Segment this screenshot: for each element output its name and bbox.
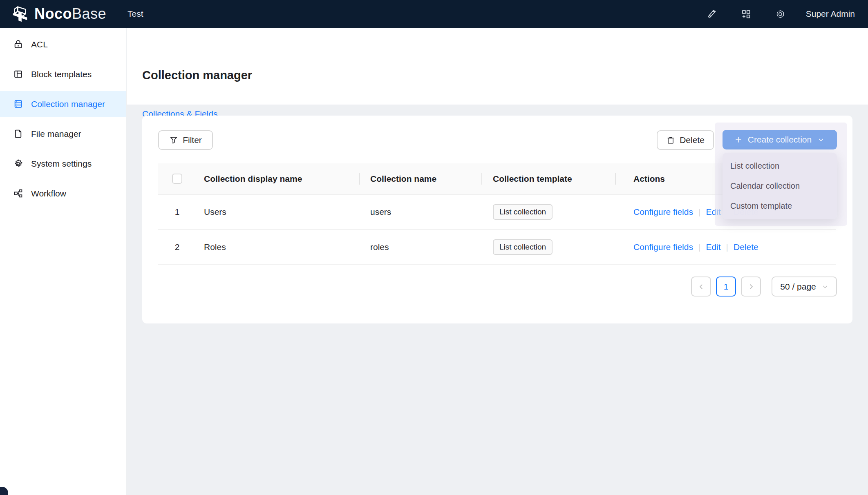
row-index-cell[interactable]: 2 [158,242,197,252]
brand-name: NocoBase [34,7,106,21]
ui-editor-highlighter-icon[interactable] [706,8,718,20]
sidebar-item-workflow[interactable]: Workflow [0,181,126,206]
display-name-cell: Users [197,207,359,217]
chevron-right-icon [747,283,755,290]
select-all-checkbox[interactable] [172,174,182,184]
create-collection-menu: List collection Calendar collection Cust… [723,153,837,219]
filter-button[interactable]: Filter [158,130,213,150]
settings-gear-icon[interactable] [775,8,786,20]
name-cell: users [359,207,481,217]
sidebar-item-system-settings[interactable]: System settings [0,151,126,176]
appstore-add-icon[interactable] [740,8,752,20]
delete-link[interactable]: Delete [734,242,758,252]
sidebar-item-label: ACL [31,40,48,49]
lock-icon [13,39,23,49]
sidebar-item-label: File manager [31,129,81,139]
create-collection-dropdown-overlay: Create collection List collection Calend… [715,123,847,226]
file-icon [13,129,23,139]
sidebar-item-collection-manager[interactable]: Collection manager [0,91,126,117]
funnel-icon [169,136,178,145]
user-menu[interactable]: Super Admin [806,9,855,19]
layout-icon [13,69,23,79]
main-content: Collection manager Collections & Fields … [127,28,868,495]
header-right: Super Admin [683,8,855,20]
template-cell: List collection [481,239,615,255]
workflow-icon [13,188,23,198]
menu-item-custom-template[interactable]: Custom template [723,196,837,216]
display-name-cell: Roles [197,242,359,252]
plus-icon [734,136,743,144]
nocobase-logo-icon [11,4,29,23]
column-header-display-name: Collection display name [197,174,359,184]
edit-link[interactable]: Edit [706,242,720,252]
gear-icon [13,158,23,169]
header-nav-item-test[interactable]: Test [128,9,143,19]
prev-page-button[interactable] [691,276,711,297]
actions-cell: Configure fields|Edit|Delete [615,242,836,252]
chevron-down-icon [817,136,825,144]
create-collection-button[interactable]: Create collection [723,130,837,149]
template-tag: List collection [493,239,553,255]
page-number-button[interactable]: 1 [716,276,736,297]
sidebar-item-block-templates[interactable]: Block templates [0,61,126,87]
sidebar-item-label: Workflow [31,189,66,198]
sidebar-item-label: Collection manager [31,99,105,109]
app-header: NocoBase Test Sup [0,0,868,28]
page-title: Collection manager [142,69,252,82]
column-header-template: Collection template [481,174,615,184]
template-tag: List collection [493,204,553,220]
pagination: 1 50 / page [691,276,837,297]
row-index-cell[interactable]: 1 [158,207,197,217]
sidebar-item-file-manager[interactable]: File manager [0,121,126,147]
page-header: Collection manager Collections & Fields [127,28,868,105]
database-icon [13,99,23,109]
brand[interactable]: NocoBase [11,4,106,23]
table-row: 2 Roles roles List collection Configure … [158,230,836,265]
column-header-name: Collection name [359,174,481,184]
sidebar-item-acl[interactable]: ACL [0,31,126,57]
menu-item-calendar-collection[interactable]: Calendar collection [723,176,837,196]
configure-fields-link[interactable]: Configure fields [633,207,693,216]
page-size-select[interactable]: 50 / page [772,276,837,297]
name-cell: roles [359,242,481,252]
select-all-cell [158,174,197,184]
chevron-down-icon [822,283,828,290]
configure-fields-link[interactable]: Configure fields [633,242,693,252]
trash-icon [666,136,675,145]
sidebar-item-label: Block templates [31,69,92,79]
chevron-left-icon [698,283,705,290]
menu-item-list-collection[interactable]: List collection [723,156,837,176]
next-page-button[interactable] [741,276,761,297]
template-cell: List collection [481,204,615,220]
sidebar-item-label: System settings [31,159,92,169]
bulk-delete-button[interactable]: Delete [657,130,714,150]
sidebar: ACL Block templates Collection manager F… [0,28,127,495]
